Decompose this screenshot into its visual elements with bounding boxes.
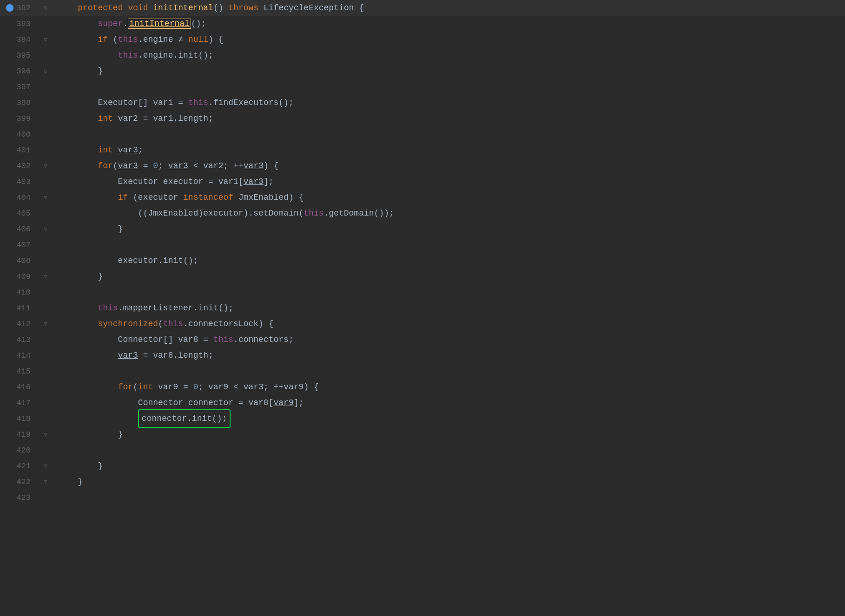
code-line: 408 executor.init(); (0, 253, 845, 269)
fold-icon[interactable]: ▽ (44, 194, 47, 201)
code-line: 395 this.engine.init(); (0, 47, 845, 63)
line-content: for(int var9 = 0; var9 < var3; ++var9) { (54, 379, 845, 395)
line-content: Connector connector = var8[var9]; (54, 395, 845, 411)
code-line: 412▽ synchronized(this.connectorsLock) { (0, 316, 845, 332)
code-line: 398 Executor[] var1 = this.findExecutors… (0, 95, 845, 111)
line-content: this.engine.init(); (54, 47, 845, 63)
code-line: 392▽ protected void initInternal() throw… (0, 0, 845, 16)
line-number-text: 398 (16, 98, 31, 107)
line-number: 405 (0, 209, 37, 218)
line-content: int var3; (54, 142, 845, 158)
highlighted-statement: connector.init(); (138, 409, 231, 428)
line-number-text: 412 (16, 320, 31, 328)
line-content: ((JmxEnabled)executor).setDomain(this.ge… (54, 205, 845, 221)
fold-icon[interactable]: ▽ (44, 5, 47, 12)
code-line: 417 Connector connector = var8[var9]; (0, 395, 845, 411)
code-line: 420 (0, 442, 845, 458)
line-number: 414 (0, 351, 37, 360)
gutter-cell: ▽ (37, 431, 54, 438)
line-content: executor.init(); (54, 253, 845, 269)
code-line: 414 var3 = var8.length; (0, 347, 845, 363)
fold-icon[interactable]: ▽ (44, 68, 47, 75)
line-number: 409 (0, 272, 37, 281)
line-number-text: 400 (16, 130, 31, 139)
gutter-cell: ▽ (37, 463, 54, 470)
line-number-text: 416 (16, 383, 31, 392)
code-line: 406▽ } (0, 221, 845, 237)
line-number-text: 404 (16, 193, 31, 202)
code-line: 400 (0, 126, 845, 142)
line-number-text: 418 (16, 414, 31, 423)
line-number: 413 (0, 335, 37, 344)
line-number: 393 (0, 20, 37, 28)
line-number-text: 407 (16, 241, 31, 249)
line-content: var3 = var8.length; (54, 347, 845, 363)
line-number: 410 (0, 288, 37, 297)
code-line: 405 ((JmxEnabled)executor).setDomain(thi… (0, 205, 845, 221)
line-content: int var2 = var1.length; (54, 111, 845, 126)
gutter-cell: ▽ (37, 226, 54, 233)
code-line: 397 (0, 79, 845, 95)
fold-icon[interactable]: ▽ (44, 463, 47, 470)
gutter-cell: ▽ (37, 321, 54, 328)
line-number-text: 405 (16, 209, 31, 218)
fold-icon[interactable]: ▽ (44, 226, 47, 233)
line-content: Connector[] var8 = this.connectors; (54, 332, 845, 347)
line-content: connector.init(); (54, 409, 845, 428)
fold-icon[interactable]: ▽ (44, 163, 47, 170)
code-line: 421▽ } (0, 458, 845, 474)
line-content: } (54, 474, 845, 490)
fold-icon[interactable]: ▽ (44, 36, 47, 43)
line-number: 408 (0, 256, 37, 265)
line-number-text: 406 (16, 225, 31, 234)
line-number-text: 413 (16, 335, 31, 344)
line-number: 420 (0, 446, 37, 455)
line-number-text: 411 (16, 304, 31, 313)
line-number-text: 414 (16, 351, 31, 360)
line-number-text: 410 (16, 288, 31, 297)
line-content: } (54, 63, 845, 79)
fold-icon[interactable]: ▽ (44, 478, 47, 485)
line-number: 404 (0, 193, 37, 202)
line-number-text: 408 (16, 256, 31, 265)
gutter-cell: ▽ (37, 5, 54, 12)
line-number: 419 (0, 430, 37, 439)
code-line: 393 super.initInternal(); (0, 16, 845, 32)
line-number: 396 (0, 67, 37, 76)
gutter-cell: ▽ (37, 36, 54, 43)
line-number-text: 392 (16, 4, 31, 13)
line-content: } (54, 221, 845, 237)
line-number: 392 (0, 4, 37, 13)
line-number-text: 421 (16, 462, 31, 471)
line-content: Executor executor = var1[var3]; (54, 174, 845, 190)
code-line: 394▽ if (this.engine ≠ null) { (0, 32, 845, 47)
line-number-text: 397 (16, 83, 31, 92)
fold-icon[interactable]: ▽ (44, 431, 47, 438)
fold-icon[interactable]: ▽ (44, 321, 47, 328)
code-line: 404▽ if (executor instanceof JmxEnabled)… (0, 190, 845, 205)
fold-icon[interactable]: ▽ (44, 273, 47, 280)
gutter-cell: ▽ (37, 194, 54, 201)
line-number-text: 423 (16, 493, 31, 502)
gutter-cell: ▽ (37, 273, 54, 280)
line-number: 397 (0, 83, 37, 92)
line-number: 400 (0, 130, 37, 139)
code-line: 402▽ for(var3 = 0; var3 < var2; ++var3) … (0, 158, 845, 174)
code-line: 401 int var3; (0, 142, 845, 158)
line-content: } (54, 269, 845, 284)
code-line: 411 this.mapperListener.init(); (0, 300, 845, 316)
line-content: if (executor instanceof JmxEnabled) { (54, 190, 845, 205)
code-line: 396▽ } (0, 63, 845, 79)
line-number-text: 394 (16, 35, 31, 44)
breakpoint-icon[interactable] (6, 4, 13, 12)
code-line: 419▽ } (0, 426, 845, 442)
line-content: } (54, 426, 845, 442)
code-line: 423 (0, 490, 845, 505)
code-editor: 392▽ protected void initInternal() throw… (0, 0, 845, 616)
code-line: 422▽ } (0, 474, 845, 490)
line-number-text: 422 (16, 478, 31, 486)
line-number: 407 (0, 241, 37, 249)
line-number: 402 (0, 162, 37, 170)
code-line: 403 Executor executor = var1[var3]; (0, 174, 845, 190)
line-number: 411 (0, 304, 37, 313)
